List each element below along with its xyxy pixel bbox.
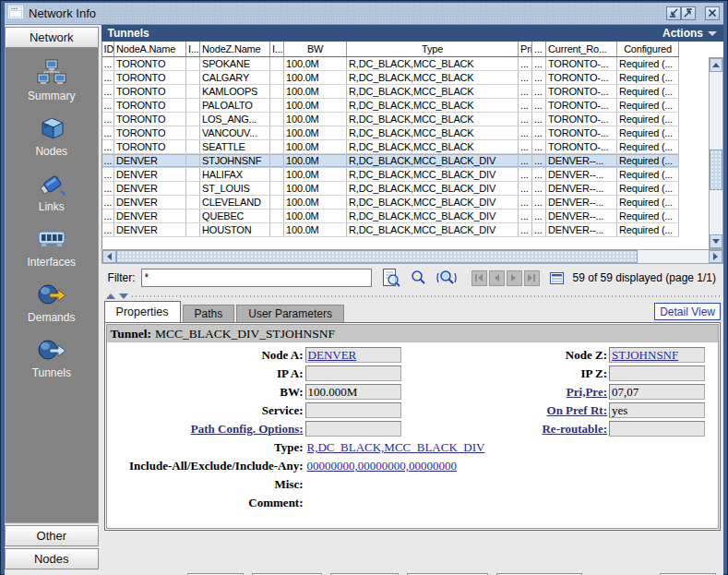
cell-ia [186, 139, 200, 153]
cell-dots: ... [532, 98, 546, 112]
table-row[interactable]: ...DENVERHOUSTON100.0MR,DC_BLACK,MCC_BLA… [102, 222, 679, 236]
sidebar-item-links[interactable]: Links [37, 170, 66, 213]
horizontal-scrollbar[interactable] [101, 249, 723, 264]
cell-node_z: KAMLOOPS [200, 84, 270, 98]
field-value-link[interactable]: DENVER [308, 348, 357, 362]
last-page-button[interactable] [524, 270, 540, 286]
field-label[interactable]: Path Config. Options: [107, 422, 305, 437]
maximize-button[interactable] [681, 6, 696, 20]
cell-type: R,DC_BLACK,MCC_BLACK_DIV [347, 222, 519, 236]
column-header-2[interactable]: I... [186, 42, 200, 56]
column-header-4[interactable]: I... [270, 42, 284, 56]
collapse-up-icon[interactable] [106, 293, 115, 299]
field-value-box[interactable] [305, 365, 401, 381]
field-label[interactable]: Pri,Pre: [403, 385, 609, 400]
table-row[interactable]: ...TORONTOKAMLOOPS100.0MR,DC_BLACK,MCC_B… [102, 84, 679, 98]
field-value-box[interactable] [305, 421, 401, 437]
sidebar-other-button[interactable]: Other [5, 525, 99, 546]
cell-node_z: CALGARY [200, 70, 270, 84]
column-header-1[interactable]: NodeA.Name [114, 42, 186, 56]
cell-id: ... [102, 153, 114, 167]
horizontal-scroll-thumb[interactable] [116, 250, 638, 263]
prev-page-icon [492, 270, 501, 286]
split-pane-divider[interactable] [101, 292, 723, 300]
cell-pri: ... [519, 70, 532, 84]
cell-node_a: TORONTO [114, 126, 186, 139]
cell-dots: ... [532, 139, 546, 153]
vertical-scrollbar[interactable] [709, 57, 723, 249]
column-header-7[interactable]: Pri [519, 42, 532, 56]
filter-input[interactable] [141, 269, 372, 287]
prev-page-button[interactable] [489, 270, 505, 286]
table-row[interactable]: ...TORONTOCALGARY100.0MR,DC_BLACK,MCC_BL… [102, 70, 679, 84]
field-value-box[interactable]: yes [609, 402, 705, 418]
column-header-6[interactable]: Type [347, 42, 519, 56]
column-header-8[interactable]: ... [532, 42, 546, 56]
field-value-box[interactable]: DENVER [305, 347, 401, 363]
vertical-scroll-track[interactable] [710, 72, 722, 234]
sidebar-item-nodes[interactable]: Nodes [35, 114, 67, 158]
sidebar-item-interfaces[interactable]: Interfaces [27, 225, 76, 269]
field-value-box[interactable] [609, 365, 705, 381]
field-value-box[interactable] [305, 402, 401, 418]
down-arrow-icon [712, 239, 720, 244]
column-header-5[interactable]: BW [284, 42, 347, 56]
table-row[interactable]: ...TORONTOLOS_ANG...100.0MR,DC_BLACK,MCC… [102, 112, 679, 126]
close-button[interactable] [705, 6, 720, 20]
table-row[interactable]: ...DENVERQUEBEC100.0MR,DC_BLACK,MCC_BLAC… [102, 209, 679, 222]
table-row[interactable]: ...DENVERHALIFAX100.0MR,DC_BLACK,MCC_BLA… [102, 167, 679, 181]
sidebar-nodes-button[interactable]: Nodes [5, 548, 99, 569]
scroll-down-button[interactable] [710, 234, 722, 248]
actions-menu-button[interactable]: Actions [662, 27, 717, 40]
field-value-link[interactable]: STJOHNSNF [612, 348, 678, 362]
field-label[interactable]: On Pref Rt: [403, 403, 609, 418]
field-value-link[interactable]: R,DC_BLACK,MCC_BLACK_DIV [307, 440, 485, 454]
table-row[interactable]: ...TORONTOVANCOUV...100.0MR,DC_BLACK,MCC… [102, 126, 679, 139]
advanced-filter-button[interactable] [381, 268, 401, 288]
cell-pri: ... [519, 126, 532, 139]
sidebar-item-demands[interactable]: Demands [28, 281, 75, 324]
zoom-button[interactable] [409, 268, 429, 288]
field-label[interactable]: Re-routable: [403, 422, 609, 437]
tunnel-title-bar: Tunnel: MCC_BLACK_DIV_STJOHNSNF [107, 325, 718, 342]
column-header-0[interactable]: ID [102, 42, 114, 56]
tunnels-grid: IDNodeA.NameI...NodeZ.NameI...BWTypePri.… [102, 42, 680, 237]
detail-view-button[interactable]: Detail View [654, 303, 721, 320]
scroll-up-button[interactable] [710, 58, 722, 72]
scroll-right-button[interactable] [709, 250, 722, 263]
tab-user-parameters[interactable]: User Parameters [236, 305, 344, 322]
title-bar[interactable]: Network Info [5, 3, 723, 25]
table-row[interactable]: ...TORONTOSPOKANE100.0MR,DC_BLACK,MCC_BL… [102, 56, 679, 70]
sidebar-item-summary[interactable]: Summary [28, 59, 75, 102]
collapse-down-icon[interactable] [119, 293, 128, 299]
vertical-scroll-thumb[interactable] [710, 150, 722, 190]
cell-bw: 100.0M [284, 84, 347, 98]
field-value-box[interactable] [609, 421, 705, 437]
tab-paths[interactable]: Paths [183, 305, 235, 322]
column-header-10[interactable]: Configured [617, 42, 679, 56]
table-row[interactable]: ...TORONTOSEATTLE100.0MR,DC_BLACK,MCC_BL… [102, 139, 679, 153]
tab-properties[interactable]: Properties [104, 301, 181, 322]
table-row[interactable]: ...TORONTOPALOALTO100.0MR,DC_BLACK,MCC_B… [102, 98, 679, 112]
table-view-button[interactable] [547, 268, 567, 288]
cell-id: ... [102, 126, 114, 139]
sidebar-item-tunnels[interactable]: Tunnels [32, 336, 71, 379]
table-row[interactable]: ...DENVERST_LOUIS100.0MR,DC_BLACK,MCC_BL… [102, 181, 679, 195]
field-value-link[interactable]: 00000000,00000000,00000000 [307, 459, 458, 473]
cell-node_z: HOUSTON [200, 222, 270, 236]
horizontal-scroll-track[interactable] [116, 250, 709, 263]
field-value-box[interactable]: 07,07 [609, 384, 705, 400]
field-value-box[interactable]: STJOHNSNF [609, 347, 705, 363]
iconify-button[interactable] [666, 6, 681, 20]
table-row[interactable]: ...DENVERCLEVELAND100.0MR,DC_BLACK,MCC_B… [102, 195, 679, 209]
cell-iz [270, 209, 284, 222]
first-page-button[interactable] [471, 270, 487, 286]
column-header-3[interactable]: NodeZ.Name [200, 42, 270, 56]
zoom-region-button[interactable] [436, 268, 457, 288]
next-page-button[interactable] [507, 270, 522, 286]
table-row[interactable]: ...DENVERSTJOHNSNF100.0MR,DC_BLACK,MCC_B… [102, 153, 679, 167]
field-value-box[interactable]: 100.000M [305, 384, 401, 400]
sidebar-network-button[interactable]: Network [5, 27, 99, 48]
column-header-9[interactable]: Current_Ro... [546, 42, 617, 56]
scroll-left-button[interactable] [102, 250, 116, 263]
